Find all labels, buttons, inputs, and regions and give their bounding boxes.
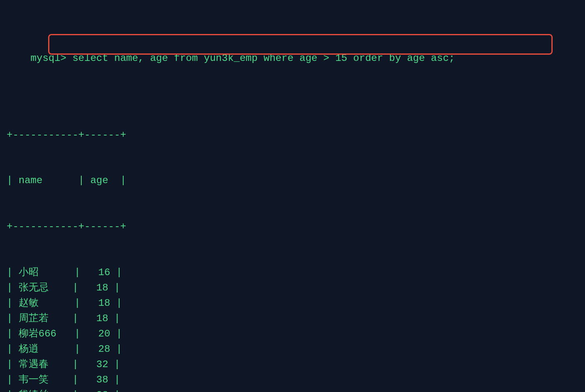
table-row: | 杨逍 | 28 | — [7, 342, 578, 357]
table-row: | 周芷若 | 18 | — [7, 311, 578, 327]
table-row: | 常遇春 | 32 | — [7, 357, 578, 373]
table-separator-top: +-----------+------+ — [7, 128, 578, 143]
sql-query: select name, age from yun3k_emp where ag… — [72, 53, 455, 64]
terminal[interactable]: mysql> select name, age from yun3k_emp w… — [0, 0, 585, 392]
query-highlight-box — [48, 34, 553, 55]
table-row: | 韦一笑 | 38 | — [7, 373, 578, 388]
table-row: | 柳岩666 | 20 | — [7, 327, 578, 342]
table-row: | 黛绮丝 | 38 | — [7, 388, 578, 392]
table-row: | 赵敏 | 18 | — [7, 296, 578, 311]
table-row: | 小昭 | 16 | — [7, 265, 578, 281]
table-row: | 张无忌 | 18 | — [7, 281, 578, 296]
table-header-row: | name | age | — [7, 173, 578, 189]
prompt-line: mysql> select name, age from yun3k_emp w… — [7, 36, 578, 97]
mysql-prompt: mysql> — [31, 53, 66, 64]
table-body: | 小昭 | 16 || 张无忌 | 18 || 赵敏 | 18 || 周芷若 … — [7, 265, 578, 392]
table-separator-mid: +-----------+------+ — [7, 219, 578, 235]
